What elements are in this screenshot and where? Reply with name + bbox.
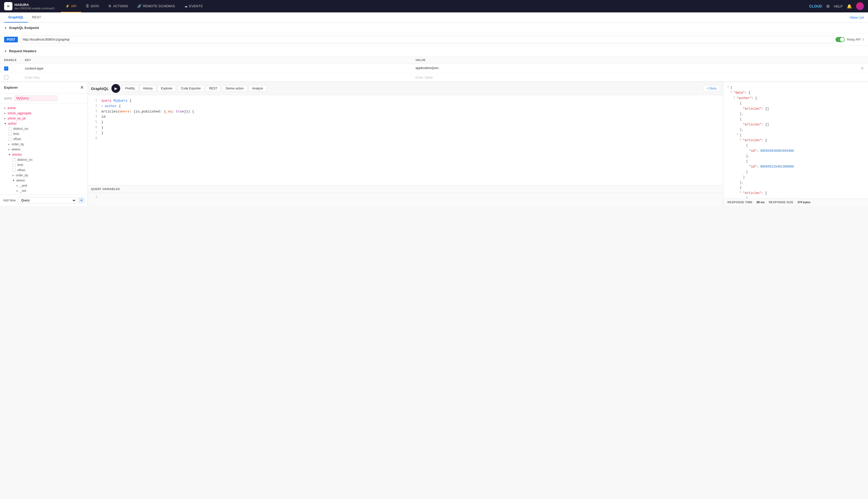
table-row-empty: Enter Key Enter Value bbox=[0, 73, 868, 82]
nav-logo-text: HASURA dev-2681048-enable-cockroach bbox=[14, 3, 54, 10]
analyze-button[interactable]: Analyze bbox=[249, 85, 266, 92]
relay-toggle[interactable] bbox=[835, 37, 845, 42]
relay-section: Relay API ℹ bbox=[835, 37, 864, 42]
nav-right: CLOUD ⚙ HELP 🔔 bbox=[809, 2, 864, 10]
code-line: 8 bbox=[88, 136, 723, 141]
arrow-icon: ▶ bbox=[4, 117, 6, 120]
endpoint-url-input[interactable] bbox=[20, 36, 834, 43]
docs-button[interactable]: < Docs bbox=[703, 85, 720, 92]
expand-icon: ▼ bbox=[727, 85, 729, 89]
nav-tab-api[interactable]: ⚡ API bbox=[61, 0, 81, 12]
graphql-endpoint-section[interactable]: ▼ GraphQL Endpoint bbox=[0, 23, 868, 33]
key-placeholder[interactable]: Enter Key bbox=[25, 75, 39, 80]
run-button[interactable]: ▶ bbox=[111, 84, 120, 93]
results-footer: RESPONSE TIME 88 ms RESPONSE SIZE 374 by… bbox=[723, 198, 868, 206]
nav-tab-remote-schemas[interactable]: 🔗 REMOTE SCHEMAS bbox=[133, 0, 179, 12]
value-placeholder[interactable]: Enter Value bbox=[416, 75, 433, 80]
explorer-close-button[interactable]: ✕ bbox=[80, 85, 84, 90]
list-item[interactable]: ▶ _not: bbox=[0, 188, 88, 193]
query-type-select[interactable]: Query Mutation Subscription bbox=[18, 197, 76, 204]
allow-list-button[interactable]: Allow List bbox=[850, 15, 864, 20]
nav-tab-actions[interactable]: ⚙ ACTIONS bbox=[104, 0, 133, 12]
arrow-icon: ▶ bbox=[16, 184, 18, 187]
list-item[interactable]: limit: bbox=[0, 131, 88, 136]
query-variables-section: QUERY VARIABLES 1 bbox=[88, 185, 723, 206]
code-editor[interactable]: 1 query MyQuery { 2 ▼ author { 3 article… bbox=[88, 95, 723, 185]
explorer-body: ▶ article ▶ article_aggregate ▶ article_… bbox=[0, 104, 88, 195]
graphiql-label: GraphiQL bbox=[91, 86, 109, 91]
history-button[interactable]: History bbox=[140, 85, 156, 92]
new-header-checkbox[interactable] bbox=[4, 75, 8, 80]
rest-button[interactable]: REST bbox=[206, 85, 221, 92]
nav-tab-events[interactable]: ☁ EVENTS bbox=[179, 0, 207, 12]
list-item[interactable]: ▼ author bbox=[0, 121, 88, 126]
top-nav: H HASURA dev-2681048-enable-cockroach ⚡ … bbox=[0, 0, 868, 12]
query-type-label: query bbox=[4, 96, 12, 100]
request-headers-section[interactable]: ▼ Request Headers bbox=[0, 46, 868, 56]
headers-table: ENABLE KEY VALUE ✓ content-type applicat… bbox=[0, 56, 868, 82]
list-item[interactable]: ▶ article_aggregate bbox=[0, 111, 88, 116]
col-header-enable: ENABLE bbox=[0, 56, 21, 64]
delete-header-button[interactable]: ✕ bbox=[860, 66, 864, 71]
settings-icon[interactable]: ⚙ bbox=[826, 4, 830, 9]
code-line: 1 query MyQuery { bbox=[88, 98, 723, 104]
list-item[interactable]: distinct_on: bbox=[0, 126, 88, 131]
user-avatar[interactable] bbox=[856, 2, 864, 10]
list-item[interactable]: offset: bbox=[0, 168, 88, 173]
response-size-label: RESPONSE SIZE bbox=[769, 200, 793, 204]
hasura-logo-icon: H bbox=[4, 2, 12, 10]
response-time-value: 88 ms bbox=[757, 200, 765, 204]
actions-icon: ⚙ bbox=[108, 4, 111, 8]
arrow-icon: ▶ bbox=[8, 148, 10, 151]
notification-icon[interactable]: 🔔 bbox=[847, 4, 852, 9]
derive-action-button[interactable]: Derive action bbox=[222, 85, 247, 92]
list-item[interactable]: ▼ articles bbox=[0, 152, 88, 157]
field-checkbox[interactable] bbox=[8, 127, 12, 131]
results-panel: ▼ { ▼ "data": { ▼ "author": [ { "article… bbox=[723, 82, 868, 206]
field-checkbox[interactable] bbox=[12, 169, 16, 172]
list-item[interactable]: ▶ where: bbox=[0, 147, 88, 152]
endpoint-bar: POST Relay API ℹ bbox=[0, 33, 868, 46]
info-icon[interactable]: ℹ bbox=[863, 37, 864, 41]
list-item[interactable]: distinct_on: bbox=[0, 157, 88, 162]
list-item[interactable]: ▶ _and: bbox=[0, 183, 88, 188]
col-header-key: KEY bbox=[21, 56, 411, 64]
explorer-button[interactable]: Explorer bbox=[158, 85, 176, 92]
sub-nav: GraphiQL REST Allow List bbox=[0, 12, 868, 23]
list-item[interactable]: ▶ order_by: bbox=[0, 142, 88, 147]
list-item[interactable]: offset: bbox=[0, 136, 88, 142]
results-body[interactable]: ▼ { ▼ "data": { ▼ "author": [ { "article… bbox=[723, 82, 868, 198]
query-name-input[interactable] bbox=[14, 95, 58, 101]
code-line: 2 ▼ author { bbox=[88, 104, 723, 109]
cloud-button[interactable]: CLOUD bbox=[809, 4, 822, 8]
nav-tabs: ⚡ API 🗄 DATA ⚙ ACTIONS 🔗 REMOTE SCHEMAS … bbox=[61, 0, 207, 12]
nav-logo[interactable]: H HASURA dev-2681048-enable-cockroach bbox=[4, 2, 54, 10]
expand-icon: ▼ bbox=[740, 191, 741, 194]
editor-toolbar: GraphiQL ▶ Prettify History Explorer Cod… bbox=[88, 82, 723, 95]
list-item[interactable]: ▼ where: bbox=[0, 178, 88, 183]
list-item[interactable]: ▶ article_by_pk bbox=[0, 116, 88, 121]
explorer-footer: Add New Query Mutation Subscription + bbox=[0, 195, 88, 206]
field-checkbox[interactable] bbox=[8, 132, 12, 136]
arrow-icon: ▶ bbox=[4, 107, 6, 109]
list-item[interactable]: limit: bbox=[0, 162, 88, 168]
http-method-badge: POST bbox=[4, 37, 18, 42]
query-variables-body[interactable]: 1 bbox=[88, 193, 723, 206]
field-checkbox[interactable] bbox=[8, 137, 12, 141]
relay-label: Relay API bbox=[847, 38, 860, 41]
field-checkbox[interactable] bbox=[12, 163, 16, 167]
tab-rest[interactable]: REST bbox=[28, 12, 45, 23]
header-enabled-checkbox[interactable]: ✓ bbox=[4, 66, 8, 71]
code-exporter-button[interactable]: Code Exporter bbox=[177, 85, 204, 92]
field-checkbox[interactable] bbox=[12, 158, 16, 162]
list-item[interactable]: ▶ article bbox=[0, 106, 88, 111]
editor-area: GraphiQL ▶ Prettify History Explorer Cod… bbox=[88, 82, 723, 206]
nav-tab-data[interactable]: 🗄 DATA bbox=[81, 0, 104, 12]
list-item[interactable]: ▶ order_by: bbox=[0, 173, 88, 178]
add-query-button[interactable]: + bbox=[78, 197, 85, 204]
prettify-button[interactable]: Prettify bbox=[122, 85, 138, 92]
tab-graphiql[interactable]: GraphiQL bbox=[4, 12, 28, 23]
headers-chevron-icon: ▼ bbox=[4, 50, 7, 53]
arrow-icon: ▶ bbox=[8, 143, 10, 146]
help-button[interactable]: HELP bbox=[834, 4, 843, 8]
